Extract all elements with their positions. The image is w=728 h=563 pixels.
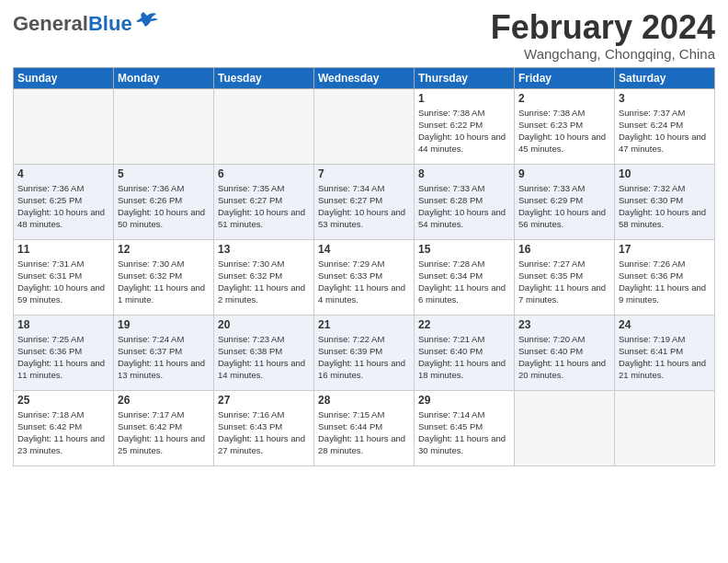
day-info: Sunrise: 7:29 AM Sunset: 6:33 PM Dayligh… [318,258,410,306]
day-number: 25 [17,394,109,407]
col-wednesday: Wednesday [314,67,415,88]
calendar-cell: 19Sunrise: 7:24 AM Sunset: 6:37 PM Dayli… [114,315,214,390]
day-number: 23 [518,318,610,331]
day-number: 21 [318,318,410,331]
day-number: 17 [619,243,711,256]
day-number: 3 [619,92,711,105]
day-number: 18 [17,318,109,331]
day-info: Sunrise: 7:25 AM Sunset: 6:36 PM Dayligh… [17,333,109,382]
calendar-cell: 13Sunrise: 7:30 AM Sunset: 6:32 PM Dayli… [214,239,314,315]
logo: GeneralBlue [13,13,160,35]
calendar-cell: 5Sunrise: 7:36 AM Sunset: 6:26 PM Daylig… [114,164,214,239]
day-number: 20 [218,318,310,331]
day-number: 13 [218,243,310,256]
week-row-3: 11Sunrise: 7:31 AM Sunset: 6:31 PM Dayli… [14,239,715,315]
calendar-cell: 23Sunrise: 7:20 AM Sunset: 6:40 PM Dayli… [515,315,615,390]
calendar-cell: 12Sunrise: 7:30 AM Sunset: 6:32 PM Dayli… [114,239,214,315]
day-number: 11 [17,243,109,256]
day-number: 10 [619,167,711,180]
calendar-cell: 24Sunrise: 7:19 AM Sunset: 6:41 PM Dayli… [615,315,715,390]
subtitle: Wangchang, Chongqing, China [491,46,715,62]
col-sunday: Sunday [14,67,114,88]
day-number: 6 [218,167,310,180]
logo-bird-icon [134,12,160,32]
day-info: Sunrise: 7:22 AM Sunset: 6:39 PM Dayligh… [318,333,410,382]
calendar-cell: 27Sunrise: 7:16 AM Sunset: 6:43 PM Dayli… [214,390,314,465]
day-info: Sunrise: 7:30 AM Sunset: 6:32 PM Dayligh… [118,258,210,306]
day-info: Sunrise: 7:37 AM Sunset: 6:24 PM Dayligh… [619,107,711,155]
day-number: 4 [17,167,109,180]
calendar-cell: 25Sunrise: 7:18 AM Sunset: 6:42 PM Dayli… [14,390,114,465]
calendar-cell: 2Sunrise: 7:38 AM Sunset: 6:23 PM Daylig… [515,88,615,164]
week-row-4: 18Sunrise: 7:25 AM Sunset: 6:36 PM Dayli… [14,315,715,390]
calendar-cell: 9Sunrise: 7:33 AM Sunset: 6:29 PM Daylig… [515,164,615,239]
day-info: Sunrise: 7:32 AM Sunset: 6:30 PM Dayligh… [619,182,711,231]
title-block: February 2024 Wangchang, Chongqing, Chin… [491,9,715,62]
calendar-cell [314,88,415,164]
day-number: 8 [418,167,510,180]
calendar-cell: 8Sunrise: 7:33 AM Sunset: 6:28 PM Daylig… [415,164,515,239]
calendar-cell: 17Sunrise: 7:26 AM Sunset: 6:36 PM Dayli… [615,239,715,315]
day-number: 7 [318,167,410,180]
day-info: Sunrise: 7:20 AM Sunset: 6:40 PM Dayligh… [518,333,610,382]
calendar-table: Sunday Monday Tuesday Wednesday Thursday… [13,67,715,466]
day-number: 19 [118,318,210,331]
calendar-cell: 21Sunrise: 7:22 AM Sunset: 6:39 PM Dayli… [314,315,415,390]
calendar-header-row: Sunday Monday Tuesday Wednesday Thursday… [14,67,715,88]
col-friday: Friday [515,67,615,88]
day-number: 15 [418,243,510,256]
day-info: Sunrise: 7:15 AM Sunset: 6:44 PM Dayligh… [318,408,410,457]
calendar-cell: 26Sunrise: 7:17 AM Sunset: 6:42 PM Dayli… [114,390,214,465]
day-number: 27 [218,394,310,407]
calendar-cell: 4Sunrise: 7:36 AM Sunset: 6:25 PM Daylig… [14,164,114,239]
week-row-2: 4Sunrise: 7:36 AM Sunset: 6:25 PM Daylig… [14,164,715,239]
day-number: 24 [619,318,711,331]
calendar-cell [515,390,615,465]
calendar-cell [615,390,715,465]
week-row-5: 25Sunrise: 7:18 AM Sunset: 6:42 PM Dayli… [14,390,715,465]
calendar-cell: 16Sunrise: 7:27 AM Sunset: 6:35 PM Dayli… [515,239,615,315]
week-row-1: 1Sunrise: 7:38 AM Sunset: 6:22 PM Daylig… [14,88,715,164]
day-info: Sunrise: 7:30 AM Sunset: 6:32 PM Dayligh… [218,258,310,306]
day-info: Sunrise: 7:23 AM Sunset: 6:38 PM Dayligh… [218,333,310,382]
day-info: Sunrise: 7:28 AM Sunset: 6:34 PM Dayligh… [418,258,510,306]
day-number: 29 [418,394,510,407]
day-info: Sunrise: 7:19 AM Sunset: 6:41 PM Dayligh… [619,333,711,382]
day-number: 1 [418,92,510,105]
page-container: GeneralBlue February 2024 Wangchang, Cho… [0,0,728,563]
day-info: Sunrise: 7:33 AM Sunset: 6:28 PM Dayligh… [418,182,510,231]
day-number: 9 [518,167,610,180]
calendar-cell: 29Sunrise: 7:14 AM Sunset: 6:45 PM Dayli… [415,390,515,465]
day-info: Sunrise: 7:16 AM Sunset: 6:43 PM Dayligh… [218,408,310,457]
day-info: Sunrise: 7:14 AM Sunset: 6:45 PM Dayligh… [418,408,510,457]
main-title: February 2024 [491,9,715,46]
calendar-cell: 15Sunrise: 7:28 AM Sunset: 6:34 PM Dayli… [415,239,515,315]
day-info: Sunrise: 7:17 AM Sunset: 6:42 PM Dayligh… [118,408,210,457]
calendar-cell [114,88,214,164]
calendar-cell: 1Sunrise: 7:38 AM Sunset: 6:22 PM Daylig… [415,88,515,164]
header: GeneralBlue February 2024 Wangchang, Cho… [13,9,715,62]
col-saturday: Saturday [615,67,715,88]
calendar-cell: 3Sunrise: 7:37 AM Sunset: 6:24 PM Daylig… [615,88,715,164]
calendar-cell: 28Sunrise: 7:15 AM Sunset: 6:44 PM Dayli… [314,390,415,465]
day-number: 5 [118,167,210,180]
day-info: Sunrise: 7:21 AM Sunset: 6:40 PM Dayligh… [418,333,510,382]
day-info: Sunrise: 7:38 AM Sunset: 6:23 PM Dayligh… [518,107,610,155]
calendar-cell [14,88,114,164]
day-info: Sunrise: 7:24 AM Sunset: 6:37 PM Dayligh… [118,333,210,382]
logo-general: General [13,12,88,35]
day-number: 16 [518,243,610,256]
calendar-cell [214,88,314,164]
calendar-cell: 7Sunrise: 7:34 AM Sunset: 6:27 PM Daylig… [314,164,415,239]
logo-blue: Blue [88,12,132,35]
day-info: Sunrise: 7:35 AM Sunset: 6:27 PM Dayligh… [218,182,310,231]
day-number: 2 [518,92,610,105]
day-info: Sunrise: 7:18 AM Sunset: 6:42 PM Dayligh… [17,408,109,457]
col-thursday: Thursday [415,67,515,88]
day-number: 22 [418,318,510,331]
day-info: Sunrise: 7:38 AM Sunset: 6:22 PM Dayligh… [418,107,510,155]
col-tuesday: Tuesday [214,67,314,88]
calendar-cell: 11Sunrise: 7:31 AM Sunset: 6:31 PM Dayli… [14,239,114,315]
day-info: Sunrise: 7:33 AM Sunset: 6:29 PM Dayligh… [518,182,610,231]
day-number: 28 [318,394,410,407]
